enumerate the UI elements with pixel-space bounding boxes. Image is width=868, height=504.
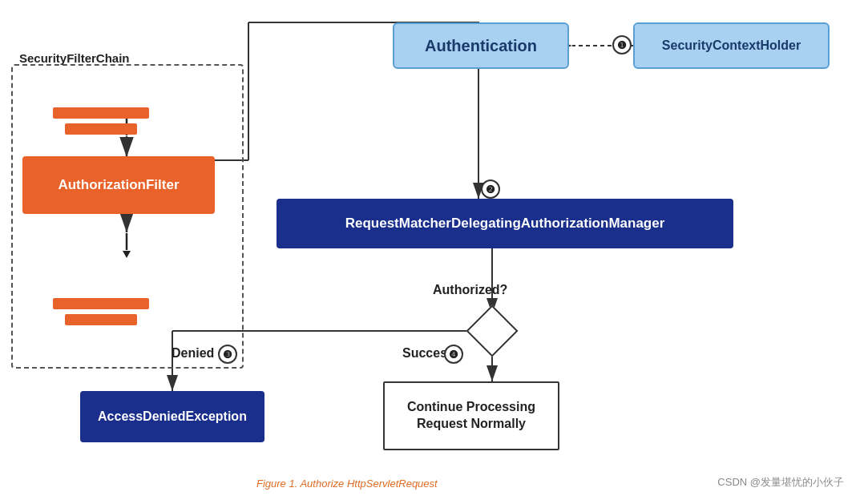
authentication-box: Authentication — [393, 22, 569, 69]
diagram: SecurityFilterChain AuthorizationFilter … — [0, 0, 868, 504]
filter-bar-4 — [65, 314, 137, 325]
access-denied-label: AccessDeniedException — [98, 409, 247, 424]
security-filter-chain: SecurityFilterChain — [11, 64, 244, 369]
badge-4: ❹ — [444, 345, 463, 364]
filter-bar-3 — [53, 298, 149, 309]
authorized-label: Authorized? — [433, 283, 507, 297]
badge-3: ❸ — [218, 345, 237, 364]
continue-processing-box: Continue Processing Request Normally — [383, 381, 559, 450]
decision-diamond — [466, 304, 518, 357]
access-denied-box: AccessDeniedException — [80, 391, 264, 442]
badge-1: ❶ — [612, 35, 632, 54]
figure-caption: Figure 1. Authorize HttpServletRequest — [256, 478, 438, 490]
badge-2: ❷ — [481, 179, 500, 199]
security-context-holder-label: SecurityContextHolder — [662, 38, 801, 53]
security-context-holder-box: SecurityContextHolder — [633, 22, 830, 69]
filter-bar-1 — [53, 107, 149, 119]
watermark: CSDN @发量堪忧的小伙子 — [717, 475, 844, 490]
denied-label: Denied — [172, 346, 214, 361]
authorization-filter-label: AuthorizationFilter — [58, 177, 179, 193]
security-filter-chain-label: SecurityFilterChain — [19, 51, 130, 65]
continue-processing-label: Continue Processing Request Normally — [385, 399, 558, 433]
request-matcher-label: RequestMatcherDelegatingAuthorizationMan… — [345, 216, 665, 232]
filter-bar-2 — [65, 123, 137, 135]
authentication-label: Authentication — [425, 37, 537, 55]
request-matcher-box: RequestMatcherDelegatingAuthorizationMan… — [277, 199, 733, 248]
authorization-filter-box: AuthorizationFilter — [22, 156, 215, 214]
